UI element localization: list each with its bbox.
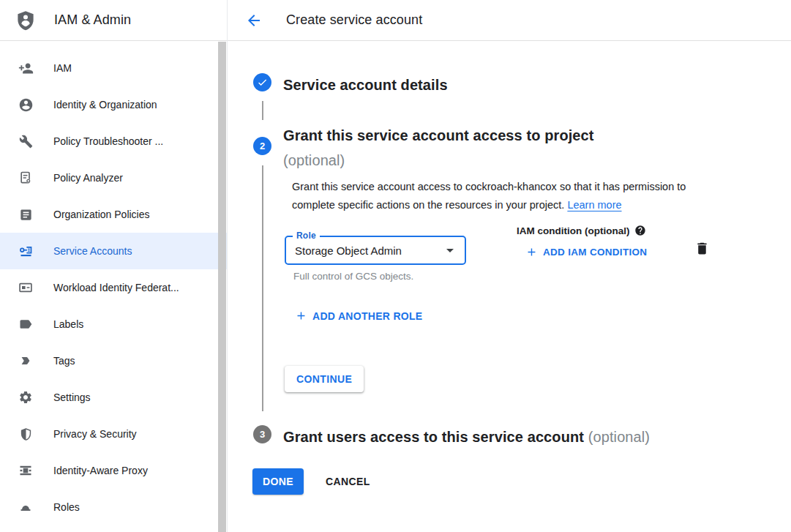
iam-condition-label: IAM condition (optional) — [517, 225, 629, 236]
hat-icon — [18, 499, 34, 515]
person-add-icon — [18, 60, 34, 76]
sidebar-item-privacy-security[interactable]: Privacy & Security — [0, 416, 227, 452]
sidebar-item-iam[interactable]: IAM — [0, 50, 227, 86]
done-button[interactable]: DONE — [252, 468, 304, 495]
main-content: Service account details 2 Grant this ser… — [228, 41, 791, 532]
sidebar-item-label: Tags — [53, 355, 75, 367]
sidebar-item-label: Workload Identity Federat... — [53, 282, 179, 293]
proxy-grid-icon — [18, 462, 34, 479]
step3-title-text: Grant users access to this service accou… — [283, 429, 584, 445]
sidebar-item-tags[interactable]: Tags — [0, 342, 227, 379]
sidebar-header: IAM & Admin — [0, 0, 227, 41]
add-iam-condition-button[interactable]: ADD IAM CONDITION — [525, 246, 647, 258]
document-gear-icon — [18, 170, 34, 186]
sidebar-item-label: IAM — [53, 62, 72, 74]
learn-more-link[interactable]: Learn more — [567, 199, 621, 211]
step2-title-text: Grant this service account access to pro… — [283, 127, 594, 143]
tag-arrow-icon — [18, 353, 34, 369]
sidebar-item-labels[interactable]: Labels — [0, 306, 227, 342]
dropdown-arrow-icon — [441, 241, 459, 259]
page-title: Create service account — [286, 12, 422, 28]
step1-title[interactable]: Service account details — [283, 72, 448, 97]
step3-title: Grant users access to this service accou… — [283, 424, 650, 449]
article-icon — [18, 206, 34, 222]
sidebar-item-identity-aware-proxy[interactable]: Identity-Aware Proxy — [0, 452, 227, 489]
sidebar-item-workload-identity-federation[interactable]: Workload Identity Federat... — [0, 269, 227, 306]
sidebar-item-settings[interactable]: Settings — [0, 379, 227, 416]
role-select[interactable]: Role Storage Object Admin — [285, 236, 466, 265]
sidebar-item-label: Privacy & Security — [53, 428, 137, 440]
step2-title: Grant this service account access to pro… — [283, 123, 594, 173]
iam-condition-block: IAM condition (optional) ADD IAM CONDITI… — [517, 225, 647, 258]
sidebar-item-identity-organization[interactable]: Identity & Organization — [0, 86, 227, 123]
sidebar-item-label: Policy Troubleshooter ... — [53, 135, 163, 147]
step2-number-badge: 2 — [253, 137, 271, 155]
cancel-button[interactable]: CANCEL — [326, 468, 370, 495]
step3-optional-label: (optional) — [588, 429, 650, 445]
sidebar-scrollbar[interactable] — [218, 42, 226, 532]
role-field-label: Role — [293, 231, 320, 241]
page-header: Create service account — [228, 0, 791, 41]
sidebar-nav: IAM Identity & Organization Policy Troub… — [0, 41, 227, 525]
add-another-role-button[interactable]: ADD ANOTHER ROLE — [295, 310, 423, 322]
help-icon[interactable] — [634, 225, 646, 236]
sidebar-item-label: Policy Analyzer — [53, 172, 123, 184]
plus-icon — [295, 310, 307, 322]
sidebar-item-label: Roles — [53, 501, 80, 513]
sidebar-item-label: Organization Policies — [53, 209, 150, 220]
sidebar-item-label: Labels — [53, 318, 83, 330]
add-iam-condition-label: ADD IAM CONDITION — [543, 247, 647, 258]
service-account-key-icon — [18, 243, 34, 259]
sidebar: IAM & Admin IAM Identity & Organization … — [0, 0, 228, 532]
shield-half-icon — [18, 426, 34, 442]
sidebar-item-label: Service Accounts — [53, 245, 132, 257]
sidebar-item-organization-policies[interactable]: Organization Policies — [0, 196, 227, 233]
sidebar-item-label: Identity-Aware Proxy — [53, 465, 148, 476]
plus-icon — [525, 246, 538, 258]
step2-optional-label: (optional) — [283, 152, 345, 168]
label-icon — [18, 316, 34, 332]
back-arrow-icon[interactable] — [245, 12, 263, 29]
role-selected-value: Storage Object Admin — [295, 244, 441, 257]
step-connector — [262, 101, 263, 120]
delete-role-button[interactable] — [693, 239, 711, 257]
gear-icon — [18, 389, 34, 405]
wrench-icon — [18, 133, 34, 149]
step2-description-text: Grant this service account access to coc… — [292, 181, 686, 211]
trash-icon — [694, 241, 710, 256]
sidebar-title: IAM & Admin — [54, 12, 131, 28]
step-connector — [262, 165, 263, 411]
sidebar-item-label: Identity & Organization — [53, 99, 157, 110]
sidebar-item-service-accounts[interactable]: Service Accounts — [0, 233, 227, 269]
step3-number-badge: 3 — [253, 425, 271, 443]
step2-description: Grant this service account access to coc… — [292, 178, 725, 214]
sidebar-item-policy-troubleshooter[interactable]: Policy Troubleshooter ... — [0, 123, 227, 160]
card-icon — [18, 280, 34, 296]
sidebar-item-policy-analyzer[interactable]: Policy Analyzer — [0, 160, 227, 196]
add-another-role-label: ADD ANOTHER ROLE — [312, 310, 423, 322]
account-circle-icon — [18, 97, 34, 113]
sidebar-item-label: Settings — [53, 391, 91, 403]
sidebar-item-roles[interactable]: Roles — [0, 489, 227, 525]
role-helper-text: Full control of GCS objects. — [293, 271, 413, 282]
iam-admin-shield-icon — [15, 8, 37, 33]
step1-complete-check-icon — [253, 73, 271, 91]
continue-button[interactable]: CONTINUE — [285, 366, 364, 392]
